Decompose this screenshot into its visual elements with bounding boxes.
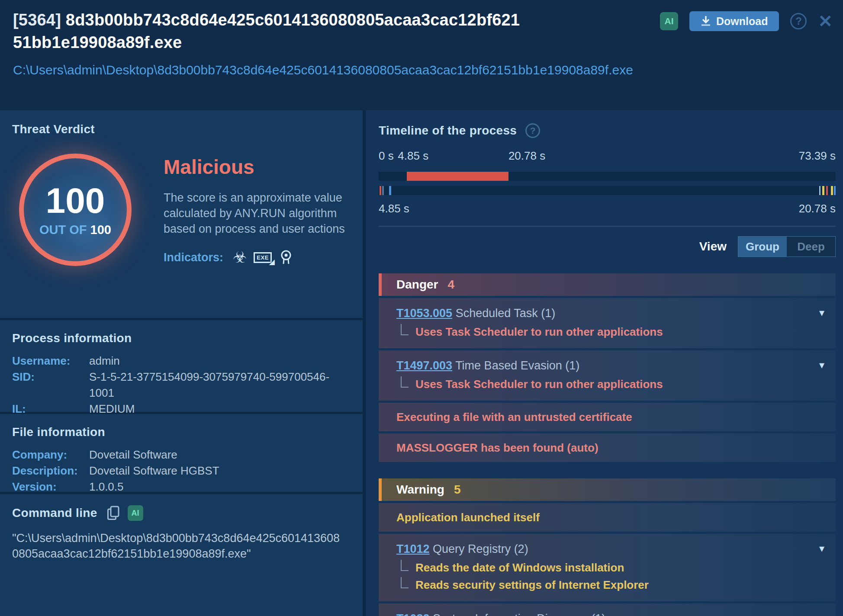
command-line-value: "C:\Users\admin\Desktop\8d3b00bb743c8d64…: [12, 530, 341, 561]
danger-item: MASSLOGGER has been found (auto): [379, 433, 836, 462]
timeline-zoom-start: 4.85 s: [379, 202, 409, 215]
warning-technique-item: T1012 Query Registry (2) ▾ Reads the dat…: [379, 534, 836, 601]
chevron-down-icon[interactable]: ▾: [819, 359, 824, 371]
danger-group: Danger 4 T1053.005 Scheduled Task (1) ▾ …: [379, 273, 836, 462]
process-information-section: Process information Username:admin SID:S…: [0, 320, 363, 412]
warning-technique-item: T1082 System Information Discovery (1) ▾…: [379, 603, 836, 616]
technique-link[interactable]: T1082: [396, 612, 430, 616]
technique-link[interactable]: T1497.003: [396, 359, 452, 372]
command-line-section: Command line AI "C:\Users\admin\Desktop\…: [0, 494, 363, 616]
timeline-overview-bar[interactable]: [379, 172, 836, 181]
timeline-zoom-end: 20.78 s: [799, 202, 836, 215]
tree-connector: [401, 376, 409, 388]
danger-sub-item: Uses Task Scheduler to run other applica…: [396, 323, 810, 340]
danger-count-badge: 4: [447, 278, 454, 292]
info-row-description: Description:Dovetail Software HGBST: [12, 463, 351, 479]
timeline-help-button[interactable]: ?: [525, 123, 540, 138]
danger-sub-item: Uses Task Scheduler to run other applica…: [396, 375, 810, 393]
header-controls: AI Download ? ✕: [660, 11, 833, 31]
warning-title: Warning: [396, 483, 444, 497]
download-button[interactable]: Download: [689, 11, 779, 31]
info-row-sid: SID:S-1-5-21-3775154099-3075979740-59970…: [12, 369, 351, 401]
process-information-title: Process information: [12, 331, 351, 345]
tree-connector: [401, 577, 409, 588]
danger-technique-item: T1053.005 Scheduled Task (1) ▾ Uses Task…: [379, 298, 836, 348]
question-circle-icon: ?: [790, 13, 807, 29]
exe-dropper-icon[interactable]: EXE◢: [254, 252, 272, 263]
timeline-event-tick: [826, 186, 828, 195]
certificate-seal-icon[interactable]: [279, 250, 293, 265]
ai-badge[interactable]: AI: [660, 12, 678, 30]
warning-sub-item: Reads the date of Windows installation: [396, 559, 810, 576]
copy-icon: [107, 506, 120, 520]
danger-header: Danger 4: [379, 273, 836, 296]
threat-verdict-section: Threat Verdict 100 OUT OF 100 Malicious …: [0, 110, 363, 318]
biohazard-icon[interactable]: ☣: [233, 250, 247, 265]
danger-item: Executing a file with an untrusted certi…: [379, 403, 836, 431]
threat-verdict-title: Threat Verdict: [12, 122, 95, 136]
verdict-description: The score is an approximate value calcul…: [164, 190, 345, 237]
threat-score-gauge: 100 OUT OF 100: [19, 154, 132, 266]
timeline-label-0s: 0 s: [379, 149, 394, 163]
view-toggle-deep-option[interactable]: Deep: [787, 237, 835, 257]
info-row-company: Company:Dovetail Software: [12, 447, 351, 463]
timeline-event-tick: [380, 186, 381, 195]
ai-badge[interactable]: AI: [128, 505, 143, 521]
download-icon: [701, 16, 711, 27]
warning-group: Warning 5 Application launched itself T1…: [379, 478, 836, 616]
threat-score-outof: OUT OF 100: [39, 223, 111, 237]
danger-title: Danger: [396, 278, 438, 292]
info-row-username: Username:admin: [12, 353, 351, 369]
right-column: Timeline of the process ? 0 s 4.85 s 20.…: [366, 110, 843, 616]
timeline-label-2078s: 20.78 s: [508, 149, 545, 163]
warning-header: Warning 5: [379, 478, 836, 501]
timeline-event-tick: [822, 186, 824, 195]
help-button[interactable]: ?: [790, 13, 807, 29]
technique-link[interactable]: T1053.005: [396, 307, 452, 320]
copy-button[interactable]: [107, 506, 120, 520]
view-toggle-group-option[interactable]: Group: [738, 237, 787, 257]
timeline-event-tick: [382, 186, 384, 195]
view-label: View: [699, 240, 727, 253]
left-column: Threat Verdict 100 OUT OF 100 Malicious …: [0, 110, 363, 616]
question-circle-icon: ?: [525, 123, 540, 138]
timeline-axis-labels: 0 s 4.85 s 20.78 s 73.39 s: [379, 149, 836, 164]
timeline-zoom-labels: 4.85 s 20.78 s: [379, 202, 836, 215]
tree-connector: [401, 560, 409, 571]
process-id: [5364]: [13, 11, 61, 29]
chevron-down-icon[interactable]: ▾: [819, 307, 824, 319]
close-icon: ✕: [818, 13, 833, 30]
timeline-label-7339s: 73.39 s: [799, 149, 836, 163]
timeline-event-tick: [831, 186, 833, 195]
tree-connector: [401, 324, 409, 335]
timeline-title: Timeline of the process: [379, 124, 517, 138]
close-button[interactable]: ✕: [818, 13, 833, 30]
file-information-section: File information Company:Dovetail Softwa…: [0, 414, 363, 492]
threat-score-value: 100: [46, 183, 105, 218]
indicators-label: Indicators:: [164, 251, 223, 264]
view-toggle-group: Group Deep: [738, 236, 836, 257]
page-title: [5364] 8d3b00bb743c8d64e425c601413608080…: [13, 9, 526, 54]
timeline-event-tick: [819, 186, 820, 195]
technique-link[interactable]: T1012: [396, 542, 430, 555]
file-path-link[interactable]: C:\Users\admin\Desktop\8d3b00bb743c8d64e…: [13, 61, 640, 79]
timeline-label-485s: 4.85 s: [398, 149, 428, 163]
warning-item: Application launched itself: [379, 503, 836, 532]
warning-count-badge: 5: [454, 483, 461, 497]
timeline-event-tick: [834, 186, 836, 195]
danger-technique-item: T1497.003 Time Based Evasion (1) ▾ Uses …: [379, 350, 836, 401]
info-row-version: Version:1.0.0.5: [12, 479, 351, 495]
timeline-event-tick: [389, 186, 391, 195]
chevron-down-icon[interactable]: ▾: [819, 542, 824, 555]
timeline-active-segment: [407, 172, 508, 181]
file-information-title: File information: [12, 425, 351, 439]
warning-sub-item: Reads security settings of Internet Expl…: [396, 576, 810, 594]
divider: [379, 226, 836, 227]
download-label: Download: [716, 15, 768, 28]
process-file-name: 8d3b00bb743c8d64e425c6014136080805acaa3c…: [13, 11, 520, 51]
command-line-title: Command line: [12, 506, 97, 520]
chevron-down-icon[interactable]: ▾: [819, 612, 824, 616]
process-details-panel: [5364] 8d3b00bb743c8d64e425c601413608080…: [0, 0, 843, 616]
timeline-events-bar[interactable]: [379, 186, 836, 195]
panel-header: [5364] 8d3b00bb743c8d64e425c601413608080…: [0, 0, 843, 110]
